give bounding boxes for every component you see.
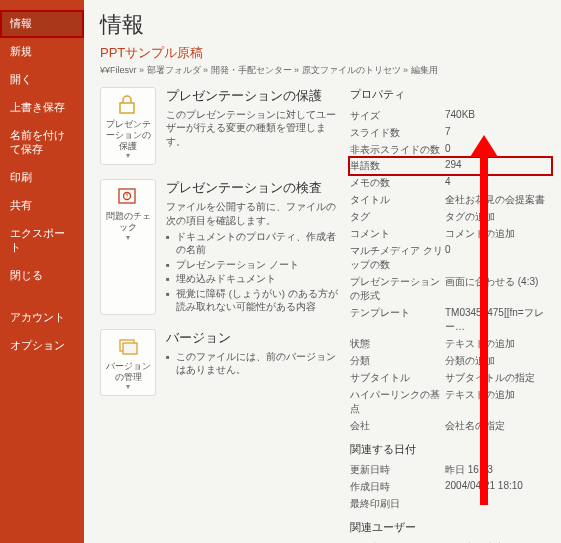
property-row: スライド数7 [350, 124, 551, 141]
property-row: サイズ740KB [350, 107, 551, 124]
property-value[interactable]: タグの追加 [445, 210, 551, 224]
protect-desc: このプレゼンテーションに対してユーザーが行える変更の種類を管理します。 [166, 108, 340, 148]
inspect-title: プレゼンテーションの検査 [166, 179, 340, 197]
main-panel: 情報 PPTサンプル原稿 ¥¥Filesvr » 部署フォルダ » 開発・手配セ… [84, 0, 561, 543]
protect-title: プレゼンテーションの保護 [166, 87, 340, 105]
backstage-sidebar: 情報 新規 開く 上書き保存 名前を付けて保存 印刷 共有 エクスポート 閉じる… [0, 0, 84, 543]
related-dates-heading: 関連する日付 [350, 442, 551, 457]
property-key: 単語数 [350, 158, 445, 174]
properties-panel: プロパティ サイズ740KBスライド数7非表示スライドの数0単語数294メモの数… [350, 87, 551, 543]
properties-heading[interactable]: プロパティ [350, 87, 551, 102]
property-row: メモの数4 [350, 174, 551, 191]
property-value[interactable]: サブタイトルの指定 [445, 371, 551, 385]
property-key: メモの数 [350, 176, 445, 190]
chevron-down-icon: ▾ [103, 151, 153, 160]
inspect-desc: ファイルを公開する前に、ファイルの次の項目を確認します。 [166, 200, 340, 227]
property-row: ハイパーリンクの基点テキストの追加 [350, 386, 551, 417]
svg-rect-5 [123, 343, 137, 354]
versions-title: バージョン [166, 329, 340, 347]
property-key: コメント [350, 227, 445, 241]
date-value: 昨日 16:03 [445, 463, 551, 477]
date-key: 最終印刷日 [350, 497, 445, 511]
list-item: 視覚に障碍 (しょうがい) のある方が読み取れない可能性がある内容 [166, 287, 340, 315]
property-row: 分類分類の追加 [350, 352, 551, 369]
document-title: PPTサンプル原稿 [100, 44, 551, 62]
property-key: タグ [350, 210, 445, 224]
property-key: サブタイトル [350, 371, 445, 385]
sidebar-item-saveas[interactable]: 名前を付けて保存 [0, 122, 84, 164]
chevron-down-icon: ▾ [103, 382, 153, 391]
property-row: マルチメディア クリップの数0 [350, 242, 551, 273]
check-issues-button[interactable]: ? 問題のチェック ▾ [100, 179, 156, 314]
date-row: 更新日時昨日 16:03 [350, 461, 551, 478]
property-key: サイズ [350, 109, 445, 123]
property-row: サブタイトルサブタイトルの指定 [350, 369, 551, 386]
breadcrumb-path: ¥¥Filesvr » 部署フォルダ » 開発・手配センター » 原文ファイルの… [100, 64, 551, 77]
property-row: コメントコメントの追加 [350, 225, 551, 242]
lock-icon [115, 94, 141, 116]
date-row: 作成日時2004/04/21 18:10 [350, 478, 551, 495]
date-row: 最終印刷日 [350, 495, 551, 512]
property-row: 単語数294 [348, 156, 553, 176]
property-value: 294 [445, 158, 551, 174]
property-value: 0 [445, 143, 551, 157]
sidebar-item-account[interactable]: アカウント [0, 304, 84, 332]
property-row: 非表示スライドの数0 [350, 141, 551, 158]
sidebar-item-share[interactable]: 共有 [0, 192, 84, 220]
property-value: 全社お花見の会提案書 [445, 193, 551, 207]
protect-presentation-button[interactable]: プレゼンテーションの保護 ▾ [100, 87, 156, 165]
property-row: テンプレートTM03457475[[fn=フレー… [350, 304, 551, 335]
manage-versions-button[interactable]: バージョンの管理 ▾ [100, 329, 156, 397]
list-item: 埋め込みドキュメント [166, 272, 340, 287]
list-item: ドキュメントのプロパティ、作成者の名前 [166, 230, 340, 258]
svg-rect-0 [120, 103, 134, 113]
property-row: プレゼンテーションの形式画面に合わせる (4:3) [350, 273, 551, 304]
sidebar-item-new[interactable]: 新規 [0, 38, 84, 66]
property-value[interactable]: テキストの追加 [445, 388, 551, 416]
chevron-down-icon: ▾ [103, 233, 153, 242]
property-value[interactable]: コメントの追加 [445, 227, 551, 241]
section-protect: プレゼンテーションの保護 ▾ プレゼンテーションの保護 このプレゼンテーションに… [100, 87, 340, 165]
related-users-heading: 関連ユーザー [350, 520, 551, 535]
property-key: 非表示スライドの数 [350, 143, 445, 157]
inspect-icon: ? [115, 186, 141, 208]
sidebar-item-info[interactable]: 情報 [0, 10, 84, 38]
property-value: 画面に合わせる (4:3) [445, 275, 551, 303]
property-row: タイトル全社お花見の会提案書 [350, 191, 551, 208]
sidebar-item-close[interactable]: 閉じる [0, 262, 84, 290]
property-value[interactable]: 分類の追加 [445, 354, 551, 368]
property-key: スライド数 [350, 126, 445, 140]
property-value: 4 [445, 176, 551, 190]
sidebar-item-export[interactable]: エクスポート [0, 220, 84, 262]
date-key: 更新日時 [350, 463, 445, 477]
property-key: 状態 [350, 337, 445, 351]
property-row: タグタグの追加 [350, 208, 551, 225]
section-versions: バージョンの管理 ▾ バージョン このファイルには、前のバージョンはありません。 [100, 329, 340, 397]
property-key: タイトル [350, 193, 445, 207]
date-value: 2004/04/21 18:10 [445, 480, 551, 494]
versions-icon [115, 336, 141, 358]
property-key: マルチメディア クリップの数 [350, 244, 445, 272]
property-value[interactable]: 会社名の指定 [445, 419, 551, 433]
property-value: 740KB [445, 109, 551, 123]
property-key: プレゼンテーションの形式 [350, 275, 445, 303]
property-key: テンプレート [350, 306, 445, 334]
sidebar-item-save[interactable]: 上書き保存 [0, 94, 84, 122]
property-key: 分類 [350, 354, 445, 368]
page-title: 情報 [100, 10, 551, 40]
date-key: 作成日時 [350, 480, 445, 494]
list-item: このファイルには、前のバージョンはありません。 [166, 350, 340, 378]
sidebar-item-print[interactable]: 印刷 [0, 164, 84, 192]
property-value[interactable]: テキストの追加 [445, 337, 551, 351]
property-value: 7 [445, 126, 551, 140]
svg-text:?: ? [126, 193, 129, 199]
property-value: TM03457475[[fn=フレー… [445, 306, 551, 334]
sidebar-item-options[interactable]: オプション [0, 332, 84, 360]
date-value [445, 497, 551, 511]
property-row: 会社会社名の指定 [350, 417, 551, 434]
info-sections: プレゼンテーションの保護 ▾ プレゼンテーションの保護 このプレゼンテーションに… [100, 87, 340, 543]
section-inspect: ? 問題のチェック ▾ プレゼンテーションの検査 ファイルを公開する前に、ファイ… [100, 179, 340, 314]
sidebar-item-open[interactable]: 開く [0, 66, 84, 94]
property-key: ハイパーリンクの基点 [350, 388, 445, 416]
property-row: 状態テキストの追加 [350, 335, 551, 352]
